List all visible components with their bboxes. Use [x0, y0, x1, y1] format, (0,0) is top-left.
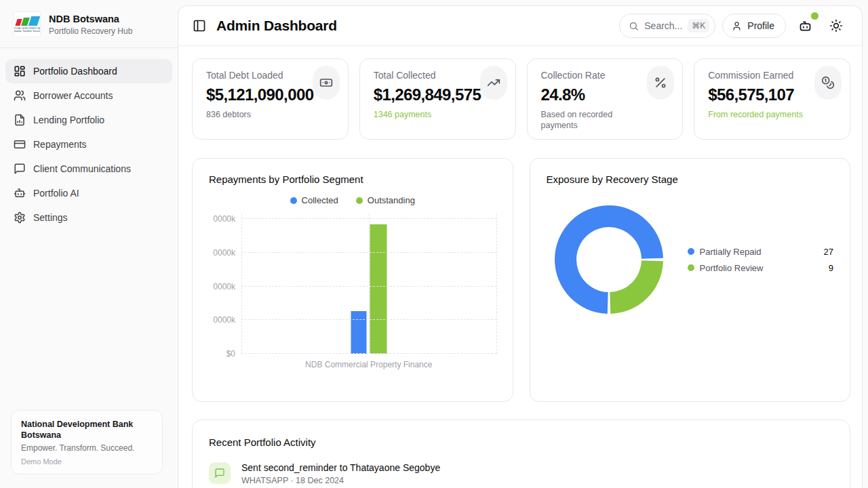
- sidebar-item-lending-portfolio[interactable]: Lending Portfolio: [5, 108, 172, 132]
- donut-row: Partially Repaid 27 Portfolio Review 9: [547, 205, 834, 314]
- sidebar-item-client-communications[interactable]: Client Communications: [5, 157, 172, 181]
- y-tick-label: 0000k: [213, 315, 235, 325]
- donut-chart: [555, 205, 663, 314]
- online-status-dot: [811, 12, 818, 20]
- bar-outstanding: [370, 224, 387, 354]
- settings-icon: [14, 211, 26, 224]
- sidebar-item-label: Portfolio AI: [33, 188, 79, 199]
- legend-dot: [290, 197, 297, 204]
- search-placeholder: Search...: [644, 20, 682, 31]
- ndb-logo-fineprint-2: Empower. Transform. Succeed.: [14, 30, 41, 33]
- stat-value: $56,575,107: [708, 85, 836, 104]
- footer-bank-name: National Development Bank Botswana: [21, 419, 153, 441]
- plot-area: [241, 214, 496, 354]
- stat-value: $5,121,090,000: [206, 85, 334, 104]
- sidebar-footer-card: National Development Bank Botswana Empow…: [11, 410, 163, 474]
- theme-toggle-button[interactable]: [824, 14, 848, 38]
- legend-dot: [688, 264, 694, 271]
- activity-item-title: Sent second_reminder to Thatayaone Segob…: [241, 462, 440, 473]
- sidebar-item-settings[interactable]: Settings: [5, 205, 172, 230]
- recent-activity-card: Recent Portfolio Activity Sent second_re…: [192, 420, 850, 488]
- search-input[interactable]: Search... ⌘K: [619, 14, 715, 38]
- footer-demo-mode: Demo Mode: [21, 458, 153, 466]
- bot-icon: [798, 19, 812, 33]
- sidebar-nav: Portfolio Dashboard Borrower Accounts Le…: [0, 48, 178, 241]
- stat-card-total-collected: Total Collected $1,269,849,575 1346 paym…: [359, 58, 516, 140]
- legend-dot: [688, 248, 694, 255]
- sidebar-item-portfolio-dashboard[interactable]: Portfolio Dashboard: [5, 59, 172, 83]
- message-square-icon: [209, 462, 231, 484]
- search-icon: [629, 21, 639, 31]
- recent-activity-title: Recent Portfolio Activity: [209, 436, 833, 448]
- sidebar-toggle-button[interactable]: [192, 18, 207, 33]
- credit-card-icon: [14, 138, 26, 150]
- footer-tagline: Empower. Transform. Succeed.: [21, 443, 153, 453]
- bar-collected: [351, 311, 366, 354]
- bar-chart-plot: $00000k0000k0000k0000k: [209, 214, 496, 354]
- dashboard-content: Total Debt Loaded $5,121,090,000 836 deb…: [178, 46, 862, 488]
- gridline-vertical: [369, 214, 370, 354]
- stat-subtext: Based on recorded payments: [541, 109, 643, 131]
- gridline-vertical: [241, 214, 242, 354]
- stat-card-commission-earned: Commission Earned $56,575,107 From recor…: [694, 58, 850, 140]
- legend-value: 27: [824, 247, 833, 257]
- legend-value: 9: [829, 263, 833, 273]
- file-chart-icon: [14, 114, 26, 126]
- gridline-vertical: [496, 214, 497, 354]
- ndb-logo: NATIONAL DEVELOPMENT BANK Empower. Trans…: [14, 12, 41, 37]
- layout-dashboard-icon: [14, 65, 26, 77]
- y-tick-label: 0000k: [213, 214, 235, 224]
- sidebar-item-repayments[interactable]: Repayments: [5, 132, 172, 157]
- brand-subtitle: Portfolio Recovery Hub: [49, 26, 132, 36]
- legend-entry-outstanding: Outstanding: [356, 195, 415, 205]
- sidebar-item-label: Lending Portfolio: [33, 115, 104, 125]
- ndb-logo-shapes: [16, 16, 39, 26]
- charts-row: Repayments by Portfolio Segment Collecte…: [192, 158, 850, 402]
- sidebar-item-label: Borrower Accounts: [33, 90, 113, 101]
- donut-legend-row-partially-repaid: Partially Repaid 27: [688, 245, 834, 258]
- donut-legend-row-portfolio-review: Portfolio Review 9: [688, 261, 834, 274]
- main-panel: Admin Dashboard Search... ⌘K Profile: [178, 5, 863, 488]
- legend-dot: [356, 197, 363, 204]
- stats-row: Total Debt Loaded $5,121,090,000 836 deb…: [192, 58, 850, 140]
- page-title: Admin Dashboard: [216, 18, 337, 34]
- legend-label: Portfolio Review: [700, 263, 823, 273]
- panel-left-icon: [193, 19, 206, 33]
- sidebar-item-label: Settings: [33, 212, 68, 223]
- legend-label: Outstanding: [368, 195, 415, 205]
- legend-entry-collected: Collected: [290, 195, 338, 205]
- y-tick-label: $0: [226, 349, 235, 359]
- donut-chart-card: Exposure by Recovery Stage Partially Rep…: [530, 158, 851, 402]
- profile-label: Profile: [747, 20, 774, 31]
- user-icon: [732, 21, 742, 31]
- y-axis: $00000k0000k0000k0000k: [209, 214, 241, 354]
- bar-chart-legend: Collected Outstanding: [209, 195, 496, 205]
- users-icon: [14, 89, 26, 102]
- top-header: Admin Dashboard Search... ⌘K Profile: [178, 6, 862, 46]
- donut-legend: Partially Repaid 27 Portfolio Review 9: [688, 245, 834, 274]
- activity-item: Sent second_reminder to Thatayaone Segob…: [209, 462, 833, 485]
- legend-label: Partially Repaid: [700, 247, 818, 257]
- sidebar: NATIONAL DEVELOPMENT BANK Empower. Trans…: [0, 0, 178, 488]
- stat-subtext: 836 debtors: [206, 109, 308, 120]
- stat-card-collection-rate: Collection Rate 24.8% Based on recorded …: [527, 58, 684, 140]
- profile-button[interactable]: Profile: [722, 14, 786, 38]
- header-actions: Search... ⌘K Profile: [619, 14, 848, 38]
- sidebar-item-borrower-accounts[interactable]: Borrower Accounts: [5, 83, 172, 108]
- ai-assistant-button[interactable]: [793, 14, 817, 38]
- x-axis-category-label: NDB Commercial Property Finance: [241, 360, 496, 369]
- sidebar-item-label: Client Communications: [33, 163, 131, 174]
- bot-icon: [14, 187, 26, 199]
- sidebar-item-label: Repayments: [33, 139, 87, 150]
- donut-slice-portfolio-review: [610, 260, 663, 314]
- y-tick-label: 0000k: [213, 248, 235, 258]
- legend-label: Collected: [302, 195, 338, 205]
- message-square-icon: [14, 163, 26, 175]
- stat-subtext: 1346 payments: [374, 109, 475, 120]
- sidebar-item-label: Portfolio Dashboard: [33, 66, 117, 77]
- stat-value: 24.8%: [541, 85, 669, 104]
- bar-chart-title: Repayments by Portfolio Segment: [209, 174, 496, 185]
- sidebar-item-portfolio-ai[interactable]: Portfolio AI: [5, 181, 172, 205]
- y-tick-label: 0000k: [213, 282, 235, 291]
- sun-icon: [829, 19, 843, 33]
